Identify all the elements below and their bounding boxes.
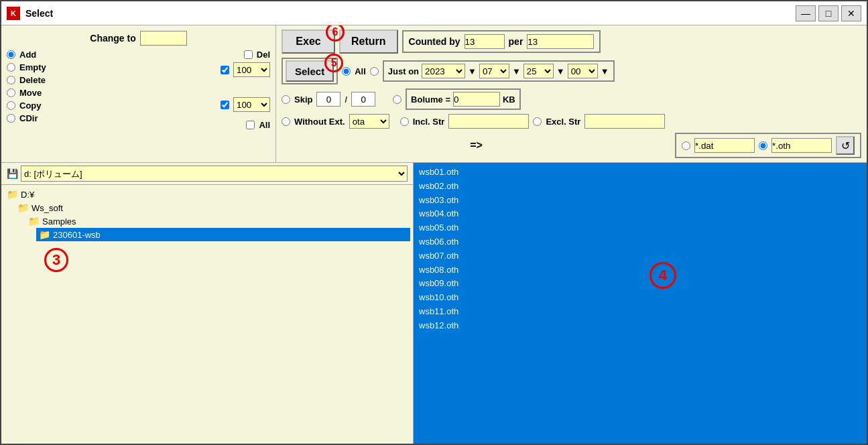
- tree-item-ws-soft[interactable]: 📁 Ws_soft: [15, 201, 410, 214]
- main-window: K Select — □ ✕ Change to: [0, 0, 868, 445]
- bolume-label: Bolume =: [411, 94, 450, 105]
- checkbox1[interactable]: [221, 66, 229, 74]
- change-to-input[interactable]: [140, 31, 187, 46]
- incl-str-label: Incl. Str: [413, 117, 445, 127]
- radio-add-input[interactable]: [7, 50, 15, 59]
- badge-3: 3: [44, 248, 68, 272]
- list-item[interactable]: wsb12.oth: [419, 319, 861, 333]
- radio-copy: Copy: [7, 101, 46, 111]
- pattern1-input[interactable]: [694, 138, 755, 153]
- close-button[interactable]: ✕: [841, 5, 861, 21]
- list-item[interactable]: wsb09.oth: [419, 277, 861, 291]
- without-ext-radio[interactable]: [282, 117, 290, 126]
- skip-input-1[interactable]: [316, 92, 340, 107]
- main-content: Change to Add Empty: [1, 25, 867, 444]
- top-section: Change to Add Empty: [1, 25, 867, 163]
- num-dropdown-2[interactable]: 100 50 200: [233, 97, 270, 112]
- file-list-panel[interactable]: wsb01.othwsb02.othwsb03.othwsb04.othwsb0…: [414, 163, 867, 444]
- checkbox-row-1: 100 50 200: [221, 62, 270, 77]
- without-ext-label: Without Ext.: [294, 117, 345, 127]
- del-row: Del: [244, 50, 270, 60]
- radio-copy-input[interactable]: [7, 101, 15, 110]
- tree-item-d[interactable]: 📁 D:¥: [4, 188, 410, 201]
- incl-str-input[interactable]: [448, 114, 529, 129]
- radio-delete: Delete: [7, 75, 46, 85]
- select-badge: 5: [324, 54, 343, 72]
- per-label: per: [509, 36, 523, 47]
- day-dropdown[interactable]: 25: [523, 64, 554, 78]
- juston-radio[interactable]: [370, 67, 379, 76]
- skip-radio[interactable]: [282, 95, 290, 104]
- window-controls: — □ ✕: [796, 5, 861, 21]
- radio-cdir-input[interactable]: [7, 114, 15, 123]
- ext-str-row: Without Ext. ota Incl. Str Excl. Str: [282, 114, 861, 129]
- del-checkbox[interactable]: [244, 50, 253, 59]
- file-tree-panel: 💾 d: [ボリューム] 📁 D:¥ 📁 Ws_soft �: [1, 163, 414, 444]
- bolume-radio[interactable]: [393, 95, 401, 104]
- skip-input-2[interactable]: [351, 92, 375, 107]
- bottom-section: 💾 d: [ボリューム] 📁 D:¥ 📁 Ws_soft �: [1, 163, 867, 444]
- return-button[interactable]: Return: [339, 29, 398, 54]
- incl-str-radio[interactable]: [400, 117, 409, 126]
- all-radio[interactable]: [342, 67, 351, 76]
- radio-empty: Empty: [7, 62, 46, 72]
- tree-area[interactable]: 📁 D:¥ 📁 Ws_soft 📁 Samples 📁 230601-wsb: [1, 185, 413, 444]
- minimize-button[interactable]: —: [796, 5, 816, 21]
- radio-delete-input[interactable]: [7, 76, 15, 84]
- drive-row: 💾 d: [ボリューム]: [1, 163, 413, 185]
- hour-dropdown[interactable]: 00: [568, 64, 598, 78]
- all-row: All: [246, 120, 270, 130]
- tree-item-230601-wsb[interactable]: 📁 230601-wsb: [36, 228, 410, 241]
- refresh-button[interactable]: ↺: [836, 136, 855, 155]
- list-item[interactable]: wsb08.oth: [419, 263, 861, 277]
- all-label: All: [259, 120, 270, 130]
- list-item[interactable]: wsb10.oth: [419, 291, 861, 305]
- pattern2-input[interactable]: [771, 138, 832, 153]
- tree-item-samples[interactable]: 📁 Samples: [25, 214, 410, 228]
- bolume-input[interactable]: [453, 92, 500, 107]
- change-to-label: Change to: [90, 33, 135, 44]
- pattern-section: ↺: [675, 133, 861, 158]
- year-dropdown[interactable]: 2023: [422, 64, 465, 78]
- maximize-button[interactable]: □: [818, 5, 839, 21]
- num-dropdown-1[interactable]: 100 50 200: [233, 62, 270, 77]
- checkbox-row-2: 100 50 200: [221, 97, 270, 112]
- list-item[interactable]: wsb05.oth: [419, 221, 861, 235]
- checkbox2[interactable]: [221, 101, 229, 109]
- drive-dropdown[interactable]: d: [ボリューム]: [21, 166, 408, 182]
- all-radio-label: All: [355, 66, 366, 76]
- list-item[interactable]: wsb06.oth: [419, 235, 861, 249]
- ext-dropdown[interactable]: ota: [349, 114, 389, 129]
- counted-by-section: Counted by per: [402, 30, 601, 53]
- pattern1-radio[interactable]: [682, 141, 690, 150]
- file-list: wsb01.othwsb02.othwsb03.othwsb04.othwsb0…: [419, 166, 861, 333]
- excl-str-label: Excl. Str: [546, 117, 580, 127]
- counted-by-input[interactable]: [464, 34, 505, 49]
- radio-cdir: CDir: [7, 113, 46, 123]
- per-input[interactable]: [527, 34, 594, 49]
- skip-bolume-row: Skip / Bolume = KB: [282, 88, 861, 110]
- radio-delete-label: Delete: [19, 75, 46, 85]
- skip-label: Skip: [294, 94, 312, 105]
- radio-empty-label: Empty: [19, 62, 46, 72]
- all-checkbox[interactable]: [246, 121, 255, 129]
- list-item[interactable]: wsb07.oth: [419, 249, 861, 263]
- radio-move-input[interactable]: [7, 88, 15, 97]
- list-item[interactable]: wsb11.oth: [419, 305, 861, 319]
- title-bar: K Select — □ ✕: [1, 1, 867, 25]
- juston-section: Just on 2023 ▼ 07 ▼ 25 ▼: [383, 60, 615, 82]
- right-panel: Exec 6 Return Counted by per: [276, 25, 867, 162]
- drive-icon: 💾: [7, 168, 18, 179]
- pattern2-radio[interactable]: [759, 141, 767, 150]
- list-item[interactable]: wsb04.oth: [419, 207, 861, 221]
- left-panel: Change to Add Empty: [1, 25, 276, 162]
- list-item[interactable]: wsb02.oth: [419, 180, 861, 194]
- radio-empty-input[interactable]: [7, 63, 15, 72]
- month-dropdown[interactable]: 07: [479, 64, 509, 78]
- change-to-row: Change to: [7, 31, 270, 46]
- list-item[interactable]: wsb03.oth: [419, 194, 861, 208]
- excl-str-input[interactable]: [584, 114, 665, 129]
- excl-str-radio[interactable]: [533, 117, 542, 126]
- radio-move-label: Move: [19, 88, 42, 98]
- list-item[interactable]: wsb01.oth: [419, 166, 861, 180]
